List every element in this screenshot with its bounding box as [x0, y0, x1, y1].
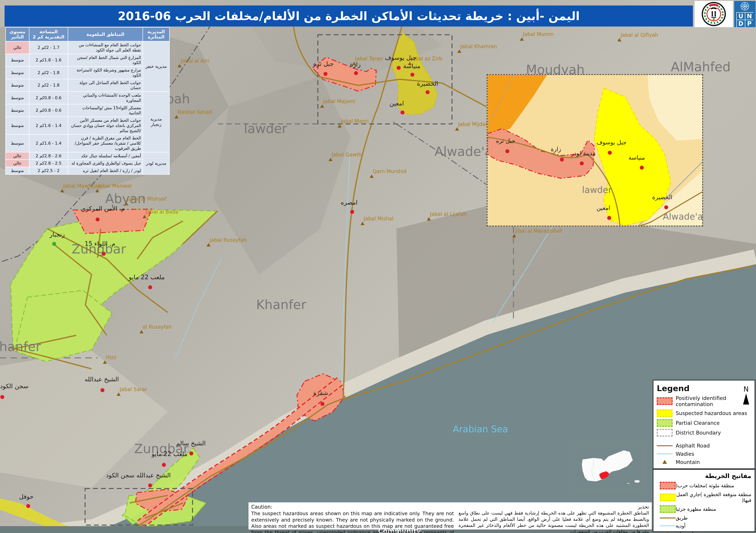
impact-level-cell: متوسط — [6, 92, 29, 104]
table-column-header: المديرية المتأثرة — [143, 27, 169, 41]
place-label: جبل يوسوف — [597, 139, 627, 146]
mountain-marker-icon — [370, 174, 374, 178]
mountain-label: Jibal al Maraqishah — [515, 228, 563, 234]
place-label: منياسة — [403, 63, 420, 69]
wadi-line-icon — [657, 453, 673, 454]
legend-item-label: منطقة مطهرة جزئيا — [676, 506, 716, 512]
mountain-marker-icon — [143, 215, 147, 218]
village-dot — [148, 484, 152, 488]
district-cell: مديرية خنفر — [143, 41, 169, 92]
legend-item-label: منطقة ملوثة )مخلفات حرب( — [676, 483, 734, 489]
legend-item: أودية — [657, 523, 751, 529]
north-arrow-icon — [743, 393, 749, 405]
area-size-cell: 2 - 2.5كم 2 — [29, 167, 68, 174]
place-label: زنجبار — [49, 231, 65, 238]
salmon-swatch-icon — [657, 397, 673, 405]
mountain-marker-icon — [175, 115, 178, 119]
legend-item-label: Positively identified contamination — [676, 395, 751, 407]
salmon-swatch-icon — [660, 482, 676, 490]
mountain-label: Jabal Sarar — [120, 386, 147, 392]
undp-logo: UNDP — [734, 1, 756, 27]
mountain-label: Jabal al Bada — [146, 209, 178, 215]
impact-level-cell: متوسط — [6, 134, 29, 152]
mountain-label: Jabal Khamran — [460, 43, 497, 49]
impact-level-cell: عالي — [6, 160, 29, 167]
village-dot — [560, 158, 564, 162]
green-swatch-icon — [657, 419, 673, 427]
mountain-marker-icon — [95, 189, 99, 192]
village-dot — [100, 388, 104, 392]
district-cell: مديرية لودر — [143, 152, 169, 174]
impact-level-cell: متوسط — [6, 54, 29, 67]
town-dot-green — [52, 242, 56, 246]
mined-area-cell: جبل يسوف /والطرق والقرى المجاورة له — [68, 160, 143, 167]
legend-item: District Boundary — [657, 429, 751, 437]
mountain-label: Qarn Murshid — [373, 169, 407, 174]
title-bar: اليمن -أبين : خريطة تحديثات الأماكن الخط… — [5, 6, 693, 27]
table-row: مديرية لودرأمعين / أمسلامه /سلسلة جبال ع… — [6, 152, 170, 160]
legend-item: Asphalt Road — [657, 442, 751, 449]
mountain-marker-icon — [457, 49, 461, 53]
village-dot — [350, 210, 354, 214]
legend-item-label: District Boundary — [676, 430, 721, 436]
mined-area-cell: الخط العام من مفرق الطرية / قرن كلاسي / … — [68, 134, 143, 152]
legend-item-label: منطقة متوقعة الخطورة )جاري العمل فيها( — [676, 492, 751, 503]
mined-area-cell: لودر / زارة / الخط العام /تقيل ثره — [68, 167, 143, 174]
place-label: الخضيرة — [417, 80, 438, 87]
place-label: سجن الكود — [0, 383, 28, 389]
place-label: الخضيرة — [652, 194, 672, 200]
village-dot — [102, 252, 106, 256]
legend-item: طريق — [657, 515, 751, 521]
place-label: سجن الكود — [106, 472, 134, 479]
hazard-table-header: المديرية المتأثرةالمناطق الملغومةالمساحة… — [6, 27, 170, 41]
district-label: Khanfer — [256, 297, 306, 312]
area-size-cell: 2.5 - 2.8كم 2 — [29, 160, 68, 167]
place-label: جبل يوسوف — [385, 54, 417, 61]
legend-divider — [653, 468, 755, 469]
mined-area-cell: أمعين / أمسلامه /سلسلة جبال عكد — [68, 152, 143, 160]
impact-level-cell: متوسط — [6, 104, 29, 117]
mountain-marker-icon — [617, 38, 621, 41]
district-cell: مديرية زنجبار — [143, 92, 169, 152]
village-dot — [354, 71, 358, 75]
mountain-marker-icon — [427, 217, 431, 221]
impact-level-cell: متوسط — [6, 167, 29, 174]
mountain-marker-icon — [177, 64, 181, 67]
district-label: lawder — [244, 121, 287, 136]
area-size-cell: 1.8 - 2كم 2 — [29, 67, 68, 79]
mountain-label: Nasbat Kasad — [177, 109, 212, 115]
mountain-marker-icon — [117, 392, 121, 396]
caution-arabic: تحذير المناطق الخطرة المشبوهة التي تظهر … — [458, 504, 649, 528]
mountain-marker-icon — [320, 104, 324, 108]
legend-item-label: Mountain — [676, 459, 700, 465]
place-label: جبل ثره — [313, 60, 334, 67]
legend-item: منطقة متوقعة الخطورة )جاري العمل فيها( — [657, 492, 751, 503]
area-size-cell: 1.7 - 2كم 2 — [29, 41, 68, 54]
place-label: م. اللواء 15 — [85, 240, 115, 247]
table-row: مديرية خنفرجوانب الخط العام مع المنشاءات… — [6, 41, 170, 54]
legend-item: منطقة ملوثة )مخلفات حرب( — [657, 482, 751, 490]
village-dot — [148, 285, 152, 289]
area-size-cell: 0.6 - 0.8كم 2 — [29, 104, 68, 117]
mountain-label: Hizz — [106, 354, 117, 360]
place-label: الشيخ سالم — [176, 440, 206, 447]
legend-item-label: طريق — [676, 515, 688, 521]
mountain-marker-icon — [124, 202, 128, 205]
legend-item: Partial Clearance — [657, 419, 751, 427]
un-emblem-icon — [738, 1, 752, 12]
caution-english: Caution: The suspect hazardous areas sho… — [251, 504, 454, 528]
mountain-label: Jabal Mumin — [523, 31, 554, 37]
place-label: حوفل — [19, 493, 34, 500]
map-page: SabbahlawderRosoudAlwade'aMoudyahAlMahfe… — [0, 0, 756, 533]
mountain-label: Jabal Majami — [323, 98, 355, 104]
impact-level-cell: عالي — [6, 41, 29, 54]
area-size-cell: 1.4 - 1.6كم 2 — [29, 134, 68, 152]
page-title: اليمن -أبين : خريطة تحديثات الأماكن الخط… — [118, 9, 580, 23]
undp-letter: N — [745, 12, 753, 20]
village-dot — [426, 90, 430, 94]
village-dot — [397, 66, 401, 70]
impact-level-cell: عالي — [6, 152, 29, 160]
place-label: مدينة لودر — [571, 150, 596, 157]
village-dot — [323, 72, 328, 76]
district-label: Alwade'a — [663, 211, 703, 222]
